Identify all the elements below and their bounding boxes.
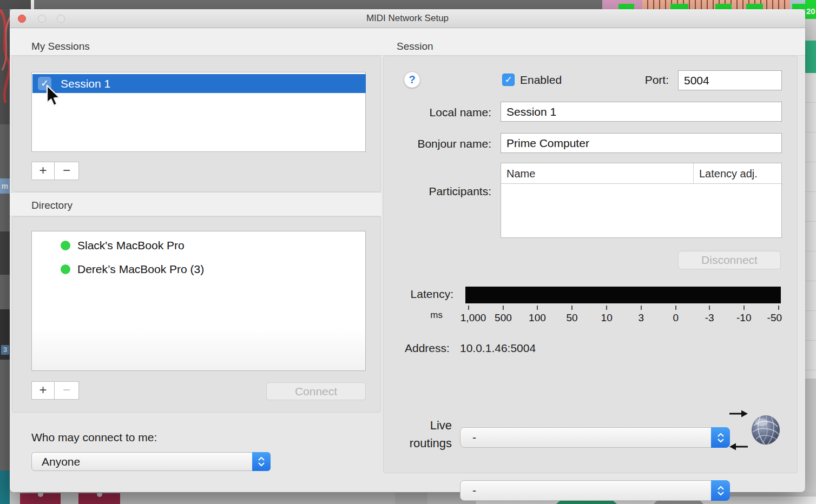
enabled-checkbox[interactable]: ✓ [502, 74, 515, 86]
latency-tick-label: 500 [495, 312, 512, 324]
mouse-cursor [45, 84, 62, 108]
directory-list-item[interactable]: Slack's MacBook Pro [32, 234, 366, 257]
latency-tick-label: -10 [736, 312, 751, 324]
latency-tick [641, 306, 642, 310]
background-dark-block [0, 0, 31, 9]
column-divider [693, 163, 694, 184]
who-may-connect-dropdown[interactable]: Anyone [31, 452, 271, 471]
add-directory-button[interactable]: + [31, 381, 55, 400]
background-3-badge: 3 [1, 345, 9, 355]
arrow-right-icon [728, 409, 749, 418]
background-table-rows [805, 73, 816, 379]
background-teal-block [0, 470, 10, 504]
participants-table-header: Name Latency adj. [501, 163, 781, 184]
midi-network-setup-window: MIDI Network Setup My Sessions ✓ Session… [10, 9, 805, 492]
directory-add-remove: + − [31, 381, 79, 400]
network-globe-icon [751, 415, 781, 446]
red-curves-graphic [0, 0, 10, 124]
background-green-clip [746, 4, 763, 9]
directory-entry-name: Derek’s MacBook Pro (3) [77, 263, 204, 276]
bonjour-name-input[interactable] [501, 133, 782, 153]
address-value: 10.0.1.46:5004 [460, 342, 536, 355]
latency-tick-label: -50 [767, 312, 782, 324]
latency-tick [606, 306, 607, 310]
dropdown-stepper-icon [711, 427, 730, 448]
background-hardware-panel [0, 231, 10, 275]
live-routing-output-value: - [472, 431, 476, 444]
chevron-up-icon [258, 457, 265, 461]
session-name: Session 1 [61, 77, 110, 90]
background-maroon-tag [78, 493, 120, 504]
background-m-badge: m [0, 178, 10, 194]
background-green-clip [715, 4, 732, 9]
latency-scale: 1,000 500 100 50 10 3 0 -3 -10 -50 [465, 306, 781, 327]
chevron-up-icon [718, 486, 724, 490]
directory-list[interactable]: Slack's MacBook Pro Derek’s MacBook Pro … [31, 231, 366, 371]
session-list-item[interactable]: ✓ Session 1 [32, 74, 366, 93]
address-label: Address: [405, 342, 450, 355]
background-gray-block [395, 493, 427, 504]
arrow-left-icon [728, 442, 749, 451]
disconnect-button[interactable]: Disconnect [678, 251, 781, 269]
who-may-connect-label: Who may connect to me: [31, 431, 157, 444]
latency-tick [778, 306, 779, 310]
port-label: Port: [605, 74, 669, 87]
background-teal-block [805, 41, 816, 73]
latency-tick-label: 100 [529, 312, 546, 324]
dropdown-stepper-icon [252, 452, 271, 471]
enabled-label: Enabled [520, 74, 562, 87]
latency-unit-label: ms [389, 310, 443, 321]
column-header-latency-adj: Latency adj. [699, 168, 758, 180]
latency-tick [537, 306, 538, 310]
background-green-clip [618, 4, 634, 9]
live-routings-label-line1: Live [344, 419, 452, 433]
latency-tick-label: 1,000 [460, 312, 486, 324]
add-session-button[interactable]: + [31, 162, 55, 180]
background-top-strip [0, 0, 816, 9]
my-sessions-add-remove: + − [31, 162, 79, 180]
latency-tick-label: 3 [638, 312, 644, 324]
background-green-clip [792, 4, 805, 9]
latency-tick [675, 306, 676, 310]
latency-tick-label: 0 [673, 312, 679, 324]
chevron-up-icon [718, 433, 724, 437]
chevron-down-icon [258, 462, 265, 466]
background-left-strip: m 3 [0, 0, 10, 504]
latency-tick [743, 306, 745, 310]
directory-entry-name: Slack's MacBook Pro [77, 239, 185, 252]
background-right-strip [805, 0, 816, 504]
latency-tick-label: -3 [705, 312, 714, 324]
participants-label: Participants: [383, 185, 491, 198]
my-sessions-heading: My Sessions [31, 41, 90, 52]
my-sessions-list[interactable]: ✓ Session 1 [31, 72, 366, 152]
live-routing-input-dropdown[interactable]: - [460, 480, 730, 501]
latency-tick [468, 306, 469, 310]
live-routing-output-dropdown[interactable]: - [460, 427, 730, 448]
remove-directory-button[interactable]: − [54, 381, 79, 400]
live-routing-input-value: - [472, 484, 476, 497]
background-maroon-tag [20, 493, 61, 504]
directory-list-item[interactable]: Derek’s MacBook Pro (3) [32, 257, 366, 281]
background-red-artwork [0, 0, 10, 124]
session-heading: Session [397, 41, 433, 52]
background-20-badge: 20 [805, 0, 816, 19]
latency-tick-label: 10 [601, 312, 613, 324]
connect-button[interactable]: Connect [266, 382, 366, 400]
latency-bar [465, 287, 781, 303]
participants-table[interactable]: Name Latency adj. [501, 163, 782, 238]
dropdown-stepper-icon [711, 480, 730, 501]
remove-session-button[interactable]: − [54, 162, 79, 180]
help-button[interactable]: ? [404, 71, 420, 88]
online-status-dot [61, 264, 70, 274]
chevron-down-icon [718, 492, 724, 495]
latency-tick-label: 50 [566, 312, 577, 324]
latency-tick [571, 306, 572, 310]
port-input[interactable] [678, 70, 782, 90]
window-titlebar: MIDI Network Setup [10, 9, 805, 28]
local-name-input[interactable] [501, 102, 782, 122]
column-header-name: Name [506, 168, 535, 180]
directory-heading: Directory [31, 200, 73, 211]
latency-tick [709, 306, 710, 310]
who-may-connect-value: Anyone [42, 455, 80, 468]
screen: m 3 20 MIDI Network Setup [0, 0, 816, 504]
